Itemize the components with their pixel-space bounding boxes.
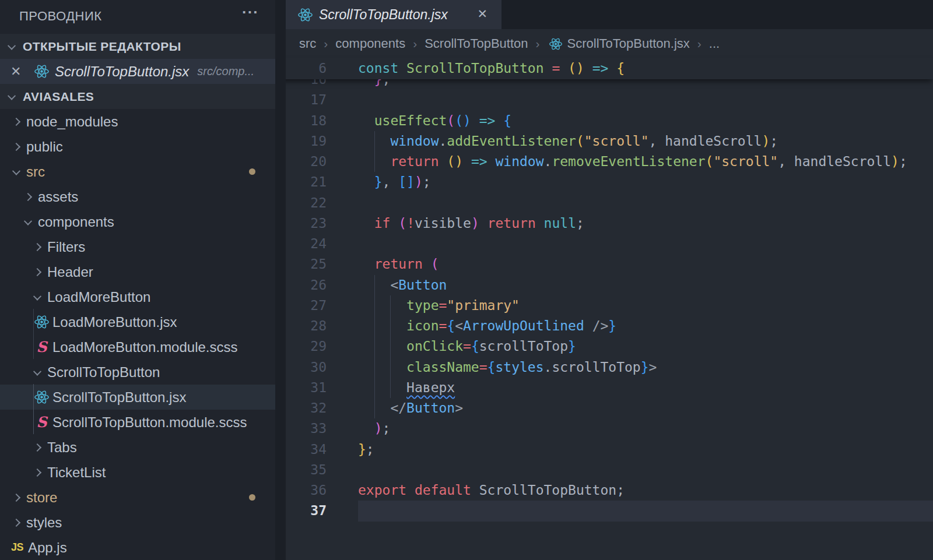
tree-item-label: LoadMoreButton [47, 289, 150, 305]
chevron-right-icon [30, 244, 44, 250]
tree-item-ticketlist[interactable]: TicketList [0, 460, 275, 485]
tree-item-label: App.js [28, 540, 67, 556]
code-line-6[interactable]: 6const ScrollToTopButton = () => { [275, 58, 933, 79]
code-line-35[interactable]: 35 [275, 460, 933, 481]
code-editor[interactable]: 16 };1718 useEffect(() => {19 window.add… [275, 0, 933, 560]
tree-item-header[interactable]: Header [0, 259, 275, 284]
tree-item-label: Filters [47, 239, 85, 255]
chevron-down-icon [30, 294, 44, 300]
code-text: return () => window.removeEventListener(… [358, 152, 907, 172]
chevron-right-icon [9, 520, 23, 526]
tree-item-loadmorebutton-module-scss[interactable]: SLoadMoreButton.module.scss [0, 334, 275, 360]
tree-item-src[interactable]: src [0, 159, 275, 184]
close-icon[interactable]: ✕ [477, 7, 487, 21]
tree-item-label: public [26, 139, 63, 155]
breadcrumb-separator: › [697, 37, 701, 51]
react-icon [34, 64, 50, 79]
tree-item-label: styles [26, 515, 62, 531]
open-editors-section-header[interactable]: ОТКРЫТЫЕ РЕДАКТОРЫ [0, 34, 275, 59]
sass-icon: S [34, 414, 50, 430]
tab-scrolltotopbutton[interactable]: ScrollToTopButton.jsx ✕ [286, 0, 501, 29]
code-line-30[interactable]: 30 className={styles.scrollToTop}> [275, 357, 933, 378]
code-text: onClick={scrollToTop} [358, 336, 576, 357]
breadcrumb-separator: › [536, 37, 540, 51]
tree-item-scrolltotopbutton-jsx[interactable]: ScrollToTopButton.jsx [0, 385, 275, 410]
code-line-26[interactable]: 26 <Button [275, 275, 933, 296]
sticky-scroll-line[interactable]: 6const ScrollToTopButton = () => { [275, 58, 933, 79]
code-line-34[interactable]: 34}; [275, 439, 933, 460]
tree-item-scrolltotopbutton[interactable]: ScrollToTopButton [0, 360, 275, 385]
code-line-27[interactable]: 27 type="primary" [275, 295, 933, 316]
tree-item-label: ScrollToTopButton [47, 364, 160, 381]
project-section-header[interactable]: AVIASALES [0, 84, 275, 109]
tree-item-label: TicketList [47, 464, 106, 481]
editor-group-border [275, 0, 286, 560]
tree-item-label: Tabs [47, 439, 77, 456]
chevron-right-icon [30, 445, 44, 450]
tab-bar: ScrollToTopButton.jsx ✕ [286, 0, 933, 29]
code-line-29[interactable]: 29 onClick={scrollToTop} [275, 336, 933, 357]
open-editor-item[interactable]: ✕ ScrollToTopButton.jsx src/comp... [0, 59, 275, 84]
tree-item-loadmorebutton[interactable]: LoadMoreButton [0, 284, 275, 309]
code-text: type="primary" [358, 295, 520, 316]
code-text: window.addEventListener("scroll", handle… [358, 131, 778, 152]
indent-guide [33, 384, 34, 434]
project-label: AVIASALES [23, 90, 94, 104]
code-line-19[interactable]: 19 window.addEventListener("scroll", han… [275, 131, 933, 152]
breadcrumb-item[interactable]: ... [709, 36, 720, 51]
tree-item-label: assets [38, 189, 78, 205]
code-line-23[interactable]: 23 if (!visible) return null; [275, 213, 933, 234]
code-text: }; [358, 439, 374, 460]
breadcrumb-item[interactable]: components [335, 36, 405, 51]
react-icon [34, 389, 50, 405]
tree-item-loadmorebutton-jsx[interactable]: LoadMoreButton.jsx [0, 309, 275, 334]
tree-item-label: src [26, 164, 45, 180]
code-line-36[interactable]: 36export default ScrollToTopButton; [275, 480, 933, 501]
tree-item-filters[interactable]: Filters [0, 234, 275, 259]
code-text: if (!visible) return null; [358, 213, 584, 234]
explorer-title: ПРОВОДНИК [19, 9, 102, 24]
tree-item-components[interactable]: components [0, 209, 275, 234]
code-line-25[interactable]: 25 return ( [275, 254, 933, 275]
tree-item-tabs[interactable]: Tabs [0, 435, 275, 460]
code-text: Наверх [358, 378, 455, 398]
code-text: const ScrollToTopButton = () => { [358, 58, 625, 79]
tree-item-public[interactable]: public [0, 134, 275, 159]
tree-item-label: store [26, 489, 57, 506]
code-line-28[interactable]: 28 icon={<ArrowUpOutlined />} [275, 316, 933, 337]
breadcrumb-item[interactable]: src [299, 36, 316, 51]
code-text: return ( [358, 254, 439, 274]
chevron-right-icon [9, 144, 23, 150]
chevron-down-icon [30, 369, 44, 375]
breadcrumb-separator: › [324, 37, 328, 51]
breadcrumb: src›components›ScrollToTopButton›ScrollT… [286, 29, 933, 58]
code-line-21[interactable]: 21 }, []); [275, 172, 933, 193]
modified-badge [249, 168, 255, 175]
code-text: export default ScrollToTopButton; [358, 480, 625, 501]
indent-guide [33, 309, 34, 359]
tree-item-node-modules[interactable]: node_modules [0, 109, 275, 134]
code-text: }, []); [358, 172, 431, 192]
code-line-24[interactable]: 24 [275, 234, 933, 255]
tree-item-store[interactable]: store [0, 485, 275, 510]
code-line-32[interactable]: 32 </Button> [275, 398, 933, 419]
breadcrumb-item[interactable]: ScrollToTopButton [425, 36, 528, 51]
tree-item-label: Header [47, 264, 93, 280]
explorer-sidebar: ПРОВОДНИК ··· ОТКРЫТЫЕ РЕДАКТОРЫ ✕ Scrol… [0, 0, 275, 560]
code-line-17[interactable]: 17 [275, 90, 933, 111]
code-line-33[interactable]: 33 ); [275, 418, 933, 439]
breadcrumb-item[interactable]: ScrollToTopButton.jsx [567, 36, 690, 51]
tree-item-assets[interactable]: assets [0, 184, 275, 209]
tree-item-label: ScrollToTopButton.module.scss [52, 414, 247, 431]
tree-item-styles[interactable]: styles [0, 510, 275, 535]
tree-item-app-js[interactable]: JSApp.js [0, 535, 275, 560]
more-actions-icon[interactable]: ··· [242, 3, 259, 22]
code-line-37[interactable]: 37 [275, 501, 933, 522]
code-line-18[interactable]: 18 useEffect(() => { [275, 111, 933, 132]
code-line-31[interactable]: 31 Наверх [275, 378, 933, 399]
code-line-20[interactable]: 20 return () => window.removeEventListen… [275, 152, 933, 172]
tree-item-scrolltotopbutton-module-scss[interactable]: SScrollToTopButton.module.scss [0, 410, 275, 435]
react-icon [34, 314, 50, 330]
close-icon[interactable]: ✕ [10, 64, 27, 79]
code-line-22[interactable]: 22 [275, 193, 933, 214]
